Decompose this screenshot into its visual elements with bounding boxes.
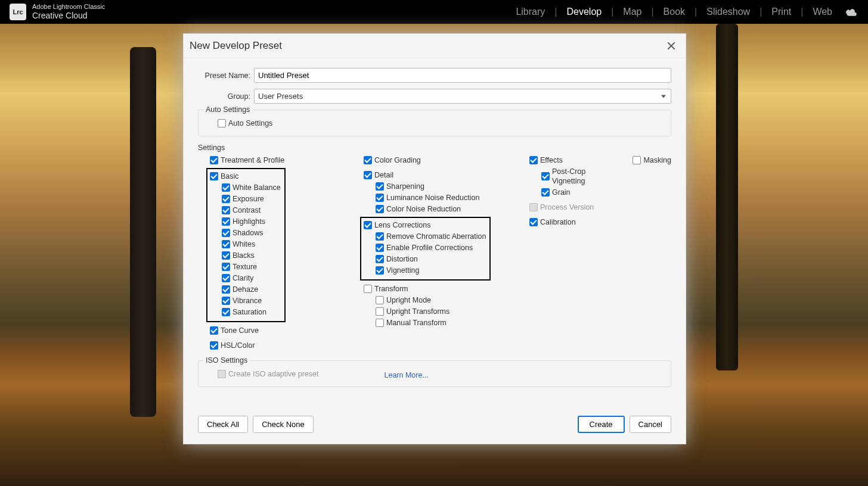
settings-col-3: Effects Post-Crop VignettingGrain Maskin… xyxy=(529,155,671,352)
hsl-color-label: HSL/Color xyxy=(221,341,255,350)
hsl-color-checkbox[interactable] xyxy=(210,341,218,350)
preset-name-row: Preset Name: xyxy=(198,68,671,83)
module-map[interactable]: Map xyxy=(622,7,643,17)
effects-checkbox[interactable] xyxy=(529,156,538,164)
basic-child-checkbox-9[interactable] xyxy=(222,285,230,294)
auto-settings-label: Auto Settings xyxy=(228,119,272,128)
tone-curve-label: Tone Curve xyxy=(221,326,259,335)
basic-checkbox[interactable] xyxy=(210,172,218,180)
detail-child-label-0: Sharpening xyxy=(386,182,424,191)
basic-child-checkbox-11[interactable] xyxy=(222,308,230,316)
learn-more-link[interactable]: Learn More... xyxy=(384,371,428,379)
basic-label: Basic xyxy=(221,172,239,181)
detail-child-checkbox-0[interactable] xyxy=(376,182,384,191)
app-name: Adobe Lightroom Classic xyxy=(32,3,105,11)
group-select[interactable]: User Presets xyxy=(254,89,671,104)
check-none-button[interactable]: Check None xyxy=(253,416,314,433)
auto-settings-checkbox[interactable] xyxy=(218,119,226,127)
treatment-profile-checkbox[interactable] xyxy=(210,156,218,164)
new-develop-preset-dialog: New Develop Preset Preset Name: Group: U… xyxy=(183,33,686,444)
basic-child-label-11: Saturation xyxy=(232,307,266,317)
basic-child-label-10: Vibrance xyxy=(232,296,262,306)
settings-columns: Treatment & Profile Basic White BalanceE… xyxy=(198,155,671,352)
color-grading-checkbox[interactable] xyxy=(364,156,372,164)
iso-settings-legend: ISO Settings xyxy=(203,356,250,364)
auto-settings-section: Auto Settings Auto Settings xyxy=(198,110,671,136)
basic-child-checkbox-4[interactable] xyxy=(222,229,230,237)
basic-child-label-0: White Balance xyxy=(232,183,281,192)
basic-child-label-1: Exposure xyxy=(232,194,264,204)
app-titles: Adobe Lightroom Classic Creative Cloud xyxy=(32,3,105,21)
effects-label: Effects xyxy=(540,155,563,165)
lens-corrections-checkbox[interactable] xyxy=(364,221,372,229)
process-version-checkbox xyxy=(529,203,538,211)
basic-child-checkbox-8[interactable] xyxy=(222,274,230,282)
transform-child-checkbox-0[interactable] xyxy=(376,296,384,304)
lens-child-checkbox-1[interactable] xyxy=(376,244,384,252)
module-picker: Library | Develop | Map | Book | Slidesh… xyxy=(514,7,868,17)
settings-col-1: Treatment & Profile Basic White BalanceE… xyxy=(198,155,340,352)
basic-child-checkbox-6[interactable] xyxy=(222,251,230,260)
basic-child-checkbox-10[interactable] xyxy=(222,297,230,305)
lens-child-checkbox-0[interactable] xyxy=(376,232,384,241)
auto-settings-legend: Auto Settings xyxy=(203,105,252,114)
basic-child-checkbox-5[interactable] xyxy=(222,240,230,248)
detail-child-label-2: Color Noise Reduction xyxy=(386,204,461,214)
module-library[interactable]: Library xyxy=(514,7,546,17)
effects-child-label-1: Grain xyxy=(552,188,571,197)
lens-child-checkbox-3[interactable] xyxy=(376,266,384,275)
effects-child-checkbox-1[interactable] xyxy=(541,188,550,197)
settings-legend: Settings xyxy=(198,144,671,152)
transform-child-label-0: Upright Mode xyxy=(386,295,431,305)
masking-checkbox[interactable] xyxy=(633,156,641,164)
detail-checkbox[interactable] xyxy=(364,171,372,179)
basic-child-checkbox-1[interactable] xyxy=(222,195,230,203)
module-web[interactable]: Web xyxy=(811,7,833,17)
module-print[interactable]: Print xyxy=(770,7,792,17)
module-slideshow[interactable]: Slideshow xyxy=(705,7,751,17)
create-button[interactable]: Create xyxy=(578,416,625,433)
detail-child-checkbox-1[interactable] xyxy=(376,194,384,202)
module-book[interactable]: Book xyxy=(662,7,686,17)
separator: | xyxy=(801,7,803,17)
calibration-checkbox[interactable] xyxy=(529,218,538,226)
basic-child-checkbox-0[interactable] xyxy=(222,183,230,192)
separator: | xyxy=(760,7,762,17)
lens-child-checkbox-2[interactable] xyxy=(376,255,384,263)
separator: | xyxy=(695,7,697,17)
group-label: Group: xyxy=(198,92,250,101)
basic-child-label-7: Texture xyxy=(232,262,257,272)
cancel-button[interactable]: Cancel xyxy=(630,416,671,433)
module-develop[interactable]: Develop xyxy=(565,7,603,17)
basic-child-checkbox-3[interactable] xyxy=(222,217,230,226)
lens-child-label-1: Enable Profile Corrections xyxy=(386,243,473,253)
separator: | xyxy=(611,7,613,17)
detail-child-checkbox-2[interactable] xyxy=(376,205,384,213)
dialog-title: New Develop Preset xyxy=(190,40,282,52)
transform-child-label-1: Upright Transforms xyxy=(386,307,450,316)
lens-child-label-3: Vignetting xyxy=(386,266,419,275)
effects-child-label-0: Post-Crop Vignetting xyxy=(552,167,597,186)
transform-child-checkbox-1[interactable] xyxy=(376,307,384,316)
iso-settings-section: ISO Settings Create ISO adaptive preset … xyxy=(198,360,671,387)
effects-child-checkbox-0[interactable] xyxy=(541,172,550,180)
tone-curve-checkbox[interactable] xyxy=(210,326,218,335)
close-icon[interactable] xyxy=(665,40,677,52)
transform-child-checkbox-2[interactable] xyxy=(376,319,384,327)
top-bar: Lrc Adobe Lightroom Classic Creative Clo… xyxy=(0,0,868,24)
transform-child-label-2: Manual Transform xyxy=(386,318,447,328)
dialog-footer: Check All Check None Create Cancel xyxy=(184,407,686,444)
separator: | xyxy=(554,7,557,17)
preset-name-input[interactable] xyxy=(254,68,671,83)
cloud-sync-icon[interactable] xyxy=(845,8,857,16)
basic-highlight-box: Basic White BalanceExposureContrastHighl… xyxy=(206,168,286,322)
transform-checkbox[interactable] xyxy=(364,285,372,293)
basic-child-checkbox-2[interactable] xyxy=(222,206,230,214)
transform-label: Transform xyxy=(374,284,408,294)
calibration-label: Calibration xyxy=(540,217,576,227)
lens-child-label-2: Distortion xyxy=(386,254,418,264)
lens-corrections-highlight-box: Lens Corrections Remove Chromatic Aberra… xyxy=(360,217,491,281)
basic-child-checkbox-7[interactable] xyxy=(222,263,230,271)
detail-child-label-1: Luminance Noise Reduction xyxy=(386,193,479,202)
check-all-button[interactable]: Check All xyxy=(198,416,248,433)
